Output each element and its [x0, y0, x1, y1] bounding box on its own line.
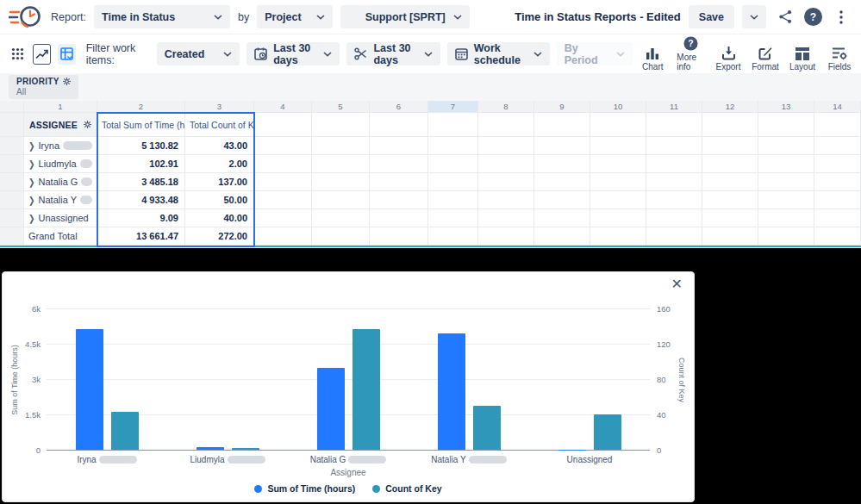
empty-cell[interactable]	[312, 173, 370, 191]
empty-cell[interactable]	[814, 155, 861, 173]
column-header-3[interactable]: 3	[185, 101, 254, 113]
empty-cell[interactable]	[590, 113, 646, 137]
empty-cell[interactable]	[646, 137, 702, 155]
column-header-6[interactable]: 6	[370, 101, 428, 113]
assignee-cell[interactable]: ❯Natalia Y	[24, 191, 97, 209]
empty-cell[interactable]	[254, 191, 312, 209]
priority-filter-chip[interactable]: PRIORITY All	[9, 75, 78, 99]
empty-cell[interactable]	[370, 227, 428, 246]
empty-cell[interactable]	[702, 227, 758, 246]
empty-cell[interactable]	[814, 113, 861, 137]
empty-cell[interactable]	[428, 191, 478, 209]
count-value-cell[interactable]: 40.00	[185, 209, 254, 227]
assignee-cell[interactable]: ❯Unassigned	[24, 209, 97, 227]
export-button[interactable]: Export	[715, 46, 741, 72]
empty-cell[interactable]	[428, 209, 478, 227]
assignee-cell[interactable]: ❯Liudmyla	[24, 155, 97, 173]
column-header-5[interactable]: 5	[312, 101, 370, 113]
empty-cell[interactable]	[814, 227, 861, 246]
assignee-cell[interactable]: ❯Iryna	[24, 137, 97, 155]
legend-item-count-of-key[interactable]: Count of Key	[372, 483, 441, 494]
empty-cell[interactable]	[758, 191, 814, 209]
empty-cell[interactable]	[478, 137, 534, 155]
empty-cell[interactable]	[534, 113, 590, 137]
column-header-7[interactable]: 7	[428, 101, 478, 113]
count-value-cell[interactable]: 2.00	[185, 155, 254, 173]
empty-cell[interactable]	[646, 113, 702, 137]
empty-cell[interactable]	[428, 113, 478, 137]
share-icon[interactable]	[774, 5, 796, 28]
layout-button[interactable]: Layout	[789, 47, 815, 72]
column-header-2[interactable]: 2	[97, 101, 185, 113]
row-header-7[interactable]	[0, 227, 24, 246]
empty-cell[interactable]	[534, 137, 590, 155]
empty-cell[interactable]	[370, 137, 428, 155]
save-options-button[interactable]	[742, 5, 766, 28]
empty-cell[interactable]	[590, 155, 646, 173]
empty-cell[interactable]	[478, 227, 534, 246]
empty-cell[interactable]	[646, 155, 702, 173]
empty-cell[interactable]	[478, 113, 534, 137]
empty-cell[interactable]	[814, 137, 861, 155]
empty-cell[interactable]	[478, 173, 534, 191]
empty-cell[interactable]	[254, 155, 312, 173]
assignee-cell[interactable]: ❯Natalia G	[24, 173, 97, 191]
empty-cell[interactable]	[254, 173, 312, 191]
empty-cell[interactable]	[370, 113, 428, 137]
empty-cell[interactable]	[428, 137, 478, 155]
trim-range-dropdown[interactable]: Last 30 days	[346, 42, 440, 65]
column-header-8[interactable]: 8	[478, 101, 534, 113]
empty-cell[interactable]	[702, 137, 758, 155]
empty-cell[interactable]	[312, 209, 370, 227]
project-dropdown[interactable]: Support [SPRT]	[340, 5, 470, 28]
empty-cell[interactable]	[702, 113, 758, 137]
time-value-cell[interactable]: 3 485.18	[97, 173, 185, 191]
empty-cell[interactable]	[370, 173, 428, 191]
column-header-11[interactable]: 11	[646, 101, 702, 113]
empty-cell[interactable]	[702, 155, 758, 173]
empty-cell[interactable]	[590, 191, 646, 209]
empty-cell[interactable]	[814, 173, 861, 191]
assignee-header-cell[interactable]: ASSIGNEE	[24, 113, 97, 137]
empty-cell[interactable]	[534, 155, 590, 173]
empty-cell[interactable]	[370, 155, 428, 173]
empty-cell[interactable]	[312, 155, 370, 173]
corner-cell[interactable]	[0, 101, 24, 113]
time-value-cell[interactable]: 13 661.47	[97, 227, 185, 246]
format-button[interactable]: Format	[752, 46, 778, 72]
empty-cell[interactable]	[758, 173, 814, 191]
report-type-dropdown[interactable]: Time in Status	[94, 5, 230, 28]
count-value-cell[interactable]: 43.00	[185, 137, 254, 155]
empty-cell[interactable]	[758, 137, 814, 155]
empty-cell[interactable]	[312, 191, 370, 209]
empty-cell[interactable]	[534, 227, 590, 246]
save-button[interactable]: Save	[689, 5, 734, 28]
empty-cell[interactable]	[312, 227, 370, 246]
time-value-cell[interactable]: 102.91	[97, 155, 185, 173]
row-header-1[interactable]	[0, 113, 24, 137]
time-value-cell[interactable]: 9.09	[97, 209, 185, 227]
empty-cell[interactable]	[814, 209, 861, 227]
empty-cell[interactable]	[254, 227, 312, 246]
empty-cell[interactable]	[428, 173, 478, 191]
empty-cell[interactable]	[646, 209, 702, 227]
row-header-4[interactable]	[0, 173, 24, 191]
empty-cell[interactable]	[814, 191, 861, 209]
row-header-2[interactable]	[0, 137, 24, 155]
chart-button[interactable]: Chart	[640, 46, 665, 72]
empty-cell[interactable]	[590, 227, 646, 246]
expand-chevron-icon[interactable]: ❯	[28, 213, 35, 223]
fields-button[interactable]: Fields	[827, 47, 852, 72]
column-header-12[interactable]: 12	[702, 101, 758, 113]
time-value-cell[interactable]: 4 933.48	[97, 191, 185, 209]
more-info-button[interactable]: ? More info	[677, 36, 704, 72]
empty-cell[interactable]	[478, 191, 534, 209]
count-header-cell[interactable]: Total Count of Key	[185, 113, 254, 137]
empty-cell[interactable]	[478, 209, 534, 227]
empty-cell[interactable]	[254, 209, 312, 227]
empty-cell[interactable]	[370, 191, 428, 209]
assignee-cell[interactable]: Grand Total	[24, 227, 97, 246]
row-header-3[interactable]	[0, 155, 24, 173]
empty-cell[interactable]	[370, 209, 428, 227]
empty-cell[interactable]	[702, 173, 758, 191]
